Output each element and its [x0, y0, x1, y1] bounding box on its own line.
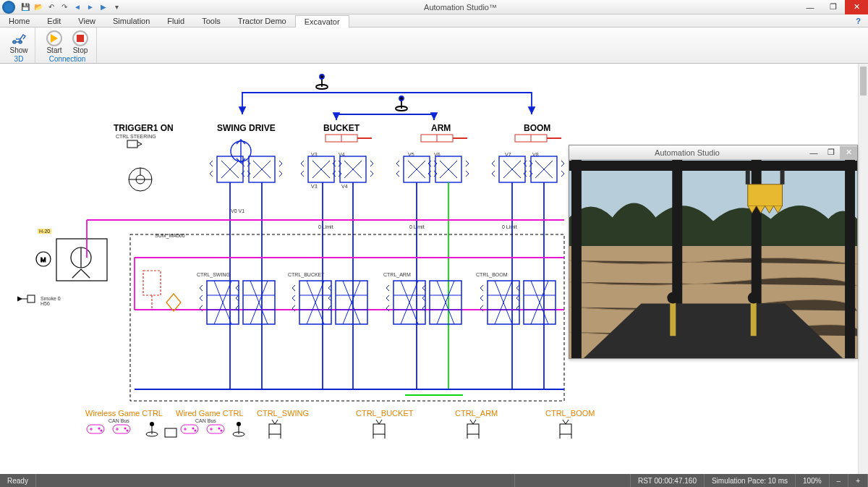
- status-zoom-out[interactable]: –: [830, 474, 849, 487]
- tab-excavator[interactable]: Excavator: [295, 15, 349, 27]
- window-controls: — ❐ ✕: [799, 0, 868, 14]
- close-button[interactable]: ✕: [845, 0, 868, 14]
- tab-home[interactable]: Home: [0, 14, 38, 27]
- sim-3d-maximize[interactable]: ❐: [822, 146, 840, 159]
- sim-3d-title: Automation Studio: [569, 148, 805, 157]
- svg-text:M: M: [41, 256, 46, 263]
- svg-rect-53: [165, 428, 176, 437]
- tab-simulation[interactable]: Simulation: [104, 14, 158, 27]
- svg-rect-43: [143, 271, 161, 295]
- qat-next-icon[interactable]: ►: [85, 1, 96, 13]
- svg-rect-65: [748, 185, 783, 206]
- status-blank1: [399, 474, 515, 487]
- svg-rect-34: [56, 239, 107, 281]
- svg-rect-63: [751, 300, 757, 336]
- qat-save-icon[interactable]: 💾: [20, 1, 31, 13]
- start-button[interactable]: Start: [43, 30, 66, 54]
- group-3d-label: 3D: [14, 55, 24, 63]
- qat-undo-icon[interactable]: ↶: [46, 1, 57, 13]
- start-label: Start: [46, 46, 61, 54]
- sim-3d-minimize[interactable]: —: [805, 146, 822, 159]
- qat-more-icon[interactable]: ▾: [111, 1, 122, 13]
- minimize-button[interactable]: —: [799, 0, 822, 14]
- stop-icon: [72, 30, 88, 46]
- stop-label: Stop: [73, 46, 88, 54]
- show-button[interactable]: Show: [7, 30, 30, 54]
- show-label: Show: [9, 46, 27, 54]
- quick-access-toolbar: 💾 📂 ↶ ↷ ◄ ► ▶ ▾: [20, 1, 122, 13]
- maximize-button[interactable]: ❐: [822, 0, 845, 14]
- excavator-icon: [11, 30, 27, 46]
- sim-3d-window[interactable]: Automation Studio — ❐ ✕: [569, 145, 858, 359]
- svg-rect-61: [670, 300, 676, 336]
- tab-tractor-demo[interactable]: Tractor Demo: [229, 14, 295, 27]
- status-ready: Ready: [0, 474, 36, 487]
- status-pace: Simulation Pace: 10 ms: [705, 474, 796, 487]
- svg-rect-51: [127, 140, 137, 148]
- ribbon: Show 3D Start Stop Connection: [0, 27, 868, 64]
- status-bar: Ready RST 00:00:47.160 Simulation Pace: …: [0, 474, 868, 487]
- tab-view[interactable]: View: [69, 14, 104, 27]
- tab-fluid[interactable]: Fluid: [158, 14, 193, 27]
- vertical-scrollbar[interactable]: [858, 64, 868, 474]
- titlebar: 💾 📂 ↶ ↷ ◄ ► ▶ ▾ Automation Studio™ — ❐ ✕: [0, 0, 868, 14]
- app-logo: [2, 1, 15, 14]
- ribbon-group-3d: Show 3D: [3, 27, 35, 63]
- ribbon-group-connection: Start Stop Connection: [38, 27, 97, 63]
- sim-3d-viewport[interactable]: [569, 160, 857, 358]
- qat-run-icon[interactable]: ▶: [98, 1, 109, 13]
- status-zoom-in[interactable]: +: [848, 474, 868, 487]
- svg-rect-52: [27, 295, 35, 302]
- status-blank2: [515, 474, 631, 487]
- help-icon[interactable]: ?: [848, 14, 868, 27]
- qat-redo-icon[interactable]: ↷: [59, 1, 70, 13]
- qat-prev-icon[interactable]: ◄: [72, 1, 83, 13]
- ribbon-tabs: Home Edit View Simulation Fluid Tools Tr…: [0, 14, 868, 27]
- status-zoom[interactable]: 100%: [796, 474, 830, 487]
- scroll-thumb[interactable]: [860, 67, 867, 96]
- app-title: Automation Studio™: [122, 3, 799, 12]
- group-connection-label: Connection: [49, 55, 86, 63]
- stop-button[interactable]: Stop: [69, 30, 92, 54]
- sim-3d-titlebar[interactable]: Automation Studio — ❐ ✕: [569, 145, 857, 160]
- play-icon: [46, 30, 62, 46]
- svg-point-64: [748, 292, 760, 304]
- svg-rect-37: [130, 234, 564, 401]
- sim-3d-close[interactable]: ✕: [840, 146, 857, 159]
- svg-point-62: [667, 292, 678, 304]
- tab-tools[interactable]: Tools: [193, 14, 229, 27]
- status-rst: RST 00:00:47.160: [631, 474, 705, 487]
- tab-edit[interactable]: Edit: [38, 14, 69, 27]
- qat-open-icon[interactable]: 📂: [33, 1, 44, 13]
